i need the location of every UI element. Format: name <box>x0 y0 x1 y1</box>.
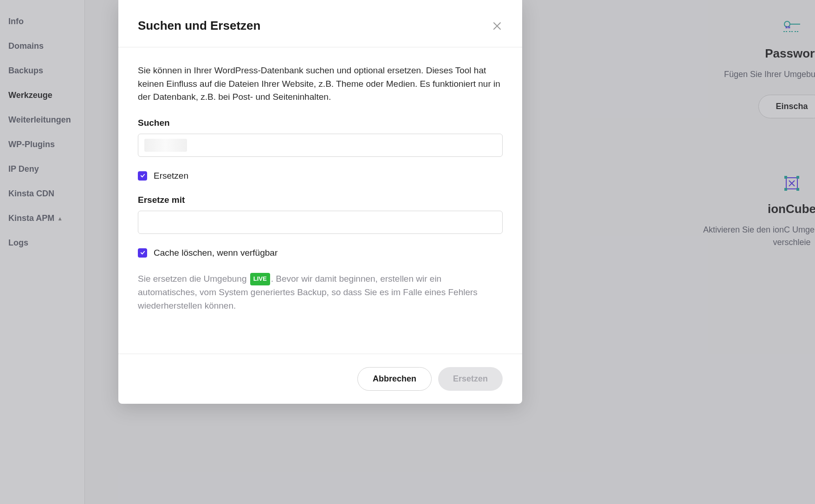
check-icon <box>140 250 145 255</box>
cancel-button[interactable]: Abbrechen <box>357 367 432 391</box>
redacted-content <box>144 139 187 152</box>
replace-with-input[interactable] <box>138 211 503 234</box>
submit-button[interactable]: Ersetzen <box>438 367 503 391</box>
modal-header: Suchen und Ersetzen <box>118 0 522 47</box>
modal-title: Suchen und Ersetzen <box>138 19 260 33</box>
search-replace-modal: Suchen und Ersetzen Sie können in Ihrer … <box>118 0 522 404</box>
clear-cache-checkbox[interactable] <box>138 248 147 258</box>
live-badge: LIVE <box>250 273 270 285</box>
check-icon <box>140 173 145 178</box>
close-icon <box>493 22 501 30</box>
search-label: Suchen <box>138 118 503 128</box>
environment-info-text: Sie ersetzen die Umgebung LIVE. Bevor wi… <box>138 272 503 313</box>
replace-checkbox[interactable] <box>138 171 147 181</box>
modal-close-button[interactable] <box>492 20 503 32</box>
replace-checkbox-row: Ersetzen <box>138 171 503 181</box>
modal-footer: Abbrechen Ersetzen <box>118 354 522 404</box>
modal-description: Sie können in Ihrer WordPress-Datenbank … <box>138 64 503 104</box>
modal-body: Sie können in Ihrer WordPress-Datenbank … <box>118 47 522 354</box>
replace-checkbox-label: Ersetzen <box>154 171 188 181</box>
clear-cache-checkbox-row: Cache löschen, wenn verfügbar <box>138 248 503 258</box>
search-input[interactable] <box>138 134 503 157</box>
clear-cache-checkbox-label: Cache löschen, wenn verfügbar <box>154 248 278 258</box>
replace-with-label: Ersetze mit <box>138 195 503 205</box>
info-prefix: Sie ersetzen die Umgebung <box>138 274 249 284</box>
